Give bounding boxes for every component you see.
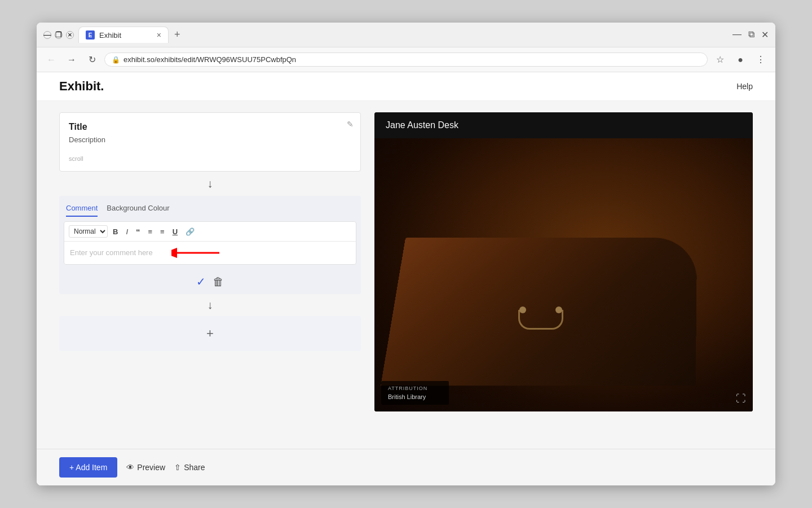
- exhibit-preview-panel: Jane Austen Desk ATTRIBUTION British Lib…: [374, 112, 753, 411]
- address-bar: ← → ↻ 🔒 exhibit.so/exhibits/edit/WRWQ96W…: [37, 47, 775, 72]
- desk-handle: [518, 310, 563, 330]
- menu-button[interactable]: ⋮: [753, 52, 769, 68]
- scroll-label: scroll: [69, 155, 351, 162]
- close-window-button[interactable]: ×: [66, 31, 74, 39]
- window-restore-btn[interactable]: ⧉: [748, 29, 754, 40]
- left-panel: Title Description scroll ✎ ↓ Comment Bac…: [59, 112, 361, 437]
- bold-button[interactable]: B: [110, 226, 121, 237]
- edit-icon[interactable]: ✎: [347, 120, 354, 129]
- ordered-list-button[interactable]: ≡: [145, 226, 156, 237]
- maximize-icon: ❐: [55, 30, 62, 39]
- refresh-button[interactable]: ↻: [84, 52, 100, 68]
- help-link[interactable]: Help: [736, 82, 753, 91]
- share-button[interactable]: ⇧ Share: [174, 463, 205, 472]
- attribution-value: British Library: [388, 393, 442, 400]
- fullscreen-button[interactable]: ⛶: [736, 393, 746, 405]
- main-layout: Title Description scroll ✎ ↓ Comment Bac…: [37, 101, 775, 449]
- window-close-btn[interactable]: ✕: [761, 29, 769, 40]
- unordered-list-button[interactable]: ≡: [157, 226, 167, 237]
- browser-tab[interactable]: E Exhibit ×: [78, 27, 169, 43]
- comment-block: Comment Background Colour Normal B I “ ≡: [59, 196, 361, 294]
- eye-icon: 👁: [126, 463, 134, 472]
- app-header: Exhibit. Help: [37, 72, 775, 101]
- page-content: Exhibit. Help Title Description scroll ✎…: [37, 72, 775, 485]
- back-button[interactable]: ←: [43, 52, 59, 68]
- quote-button[interactable]: “: [133, 226, 143, 238]
- link-button[interactable]: 🔗: [183, 226, 197, 237]
- app-logo: Exhibit.: [59, 79, 104, 94]
- title-bar: — ❐ × E Exhibit × + — ⧉ ✕: [37, 23, 775, 47]
- tab-favicon: E: [86, 30, 95, 40]
- tab-close-button[interactable]: ×: [157, 30, 161, 40]
- attribution-box: ATTRIBUTION British Library: [381, 381, 449, 405]
- editor-placeholder: Enter your comment here: [70, 248, 153, 257]
- address-actions: ☆ ● ⋮: [712, 52, 769, 68]
- window-minimize-btn[interactable]: —: [732, 29, 742, 40]
- italic-button[interactable]: I: [123, 226, 131, 237]
- lock-icon: 🔒: [112, 56, 120, 64]
- title-card: Title Description scroll ✎: [59, 112, 361, 172]
- tab-background-colour[interactable]: Background Colour: [107, 200, 169, 217]
- preview-label: Preview: [137, 463, 165, 472]
- tab-bar: E Exhibit × +: [78, 27, 728, 43]
- bookmark-button[interactable]: ☆: [712, 52, 728, 68]
- delete-button[interactable]: 🗑: [213, 275, 224, 288]
- share-label: Share: [184, 463, 205, 472]
- minimize-button[interactable]: —: [43, 31, 51, 39]
- title-card-description: Description: [69, 135, 351, 144]
- window-actions: — ⧉ ✕: [732, 29, 769, 40]
- tab-comment[interactable]: Comment: [66, 200, 98, 217]
- exhibit-title-bar: Jane Austen Desk: [374, 112, 753, 138]
- exhibit-image-area: ATTRIBUTION British Library ⛶: [374, 138, 753, 411]
- profile-button[interactable]: ●: [732, 52, 748, 68]
- exhibit-title: Jane Austen Desk: [386, 120, 742, 130]
- forward-button[interactable]: →: [64, 52, 80, 68]
- window-controls: — ❐ ×: [43, 31, 74, 39]
- new-tab-button[interactable]: +: [171, 28, 184, 42]
- add-block: +: [59, 316, 361, 351]
- minimize-icon: —: [43, 30, 51, 39]
- style-select[interactable]: Normal: [69, 225, 108, 238]
- attribution-label: ATTRIBUTION: [388, 386, 442, 391]
- browser-window: — ❐ × E Exhibit × + — ⧉ ✕ ← → ↻: [37, 23, 775, 485]
- comment-editor: Normal B I “ ≡ ≡ U 🔗 Enter your comment …: [64, 221, 356, 265]
- comment-actions: ✓ 🗑: [59, 269, 361, 294]
- desk-image: [374, 138, 753, 411]
- share-icon: ⇧: [174, 463, 181, 472]
- comment-tabs: Comment Background Colour: [59, 196, 361, 217]
- title-card-heading: Title: [69, 122, 351, 132]
- down-arrow-2: ↓: [59, 294, 361, 316]
- tab-title: Exhibit: [99, 31, 121, 40]
- maximize-button[interactable]: ❐: [55, 31, 63, 39]
- red-arrow-annotation: [171, 243, 222, 263]
- url-bar[interactable]: 🔒 exhibit.so/exhibits/edit/WRWQ96WSUU75P…: [104, 52, 708, 67]
- add-block-button[interactable]: +: [206, 326, 214, 341]
- editor-toolbar: Normal B I “ ≡ ≡ U 🔗: [64, 222, 356, 242]
- url-text: exhibit.so/exhibits/edit/WRWQ96WSUU75PCw…: [123, 55, 296, 64]
- editor-content[interactable]: Enter your comment here: [64, 242, 356, 264]
- confirm-button[interactable]: ✓: [196, 275, 206, 288]
- bottom-bar: + Add Item 👁 Preview ⇧ Share: [37, 449, 775, 485]
- close-icon: ×: [68, 30, 72, 39]
- underline-button[interactable]: U: [170, 226, 180, 237]
- down-arrow-1: ↓: [59, 172, 361, 196]
- add-item-button[interactable]: + Add Item: [59, 457, 117, 478]
- preview-button[interactable]: 👁 Preview: [126, 463, 165, 472]
